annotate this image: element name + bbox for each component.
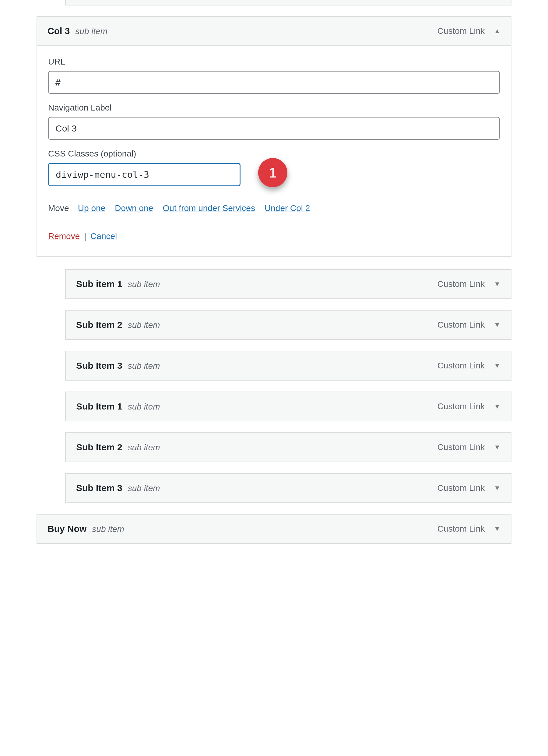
url-field-group: URL: [48, 57, 500, 94]
menu-item-subtitle: sub item: [128, 443, 160, 452]
menu-item-title: Buy Now: [47, 524, 86, 534]
chevron-down-icon[interactable]: ▼: [494, 321, 501, 329]
menu-item-subtitle: sub item: [128, 320, 160, 330]
move-up-link[interactable]: Up one: [78, 203, 105, 213]
menu-item-subtitle: sub item: [128, 280, 160, 289]
chevron-down-icon[interactable]: ▼: [494, 280, 501, 288]
menu-item-buy-now[interactable]: Buy Now sub item Custom Link ▼: [37, 514, 511, 544]
sub-items-list: Sub item 1 sub item Custom Link ▼ Sub It…: [65, 269, 511, 503]
css-classes-label: CSS Classes (optional): [48, 149, 500, 159]
menu-item-collapsed[interactable]: Sub Item 3 sub item Custom Link ▼: [65, 473, 511, 503]
nav-label-input[interactable]: [48, 117, 500, 140]
menu-item-subtitle: sub item: [92, 524, 124, 534]
menu-item-title: Sub Item 3: [76, 483, 122, 493]
menu-item-collapsed[interactable]: Sub Item 1 sub item Custom Link ▼: [65, 392, 511, 421]
menu-item-type: Custom Link: [437, 483, 485, 493]
chevron-down-icon[interactable]: ▼: [494, 484, 501, 492]
menu-item-type: Custom Link: [437, 402, 485, 411]
chevron-down-icon[interactable]: ▼: [494, 443, 501, 451]
menu-item-type: Custom Link: [437, 279, 485, 289]
css-classes-input[interactable]: [48, 163, 241, 186]
menu-item-subtitle: sub item: [75, 26, 107, 36]
menu-item-title: Sub Item 2: [76, 320, 122, 330]
nav-label-field-group: Navigation Label: [48, 103, 500, 140]
menu-item-title: Sub Item 2: [76, 442, 122, 452]
move-out-link[interactable]: Out from under Services: [163, 203, 255, 213]
menu-item-type: Custom Link: [437, 320, 485, 330]
url-label: URL: [48, 57, 500, 67]
actions-row: Remove | Cancel: [48, 231, 500, 241]
menu-item-title: Sub item 1: [76, 279, 122, 289]
menu-item-title: Sub Item 1: [76, 401, 122, 412]
collapsed-item-partial: [65, 0, 511, 5]
menu-item-collapsed[interactable]: Sub item 1 sub item Custom Link ▼: [65, 269, 511, 299]
menu-item-header[interactable]: Col 3 sub item Custom Link ▲: [37, 17, 511, 46]
menu-item-expanded: Col 3 sub item Custom Link ▲ URL Navigat…: [37, 16, 511, 257]
move-under-link[interactable]: Under Col 2: [265, 203, 310, 213]
menu-item-subtitle: sub item: [128, 361, 160, 371]
css-classes-field-group: CSS Classes (optional) 1: [48, 149, 500, 186]
css-classes-input-wrap: 1: [48, 163, 500, 186]
menu-item-collapsed[interactable]: Sub Item 2 sub item Custom Link ▼: [65, 432, 511, 462]
url-input[interactable]: [48, 71, 500, 94]
remove-link[interactable]: Remove: [48, 231, 80, 241]
menu-item-collapsed[interactable]: Sub Item 2 sub item Custom Link ▼: [65, 310, 511, 340]
move-label: Move: [48, 203, 69, 213]
menu-item-type: Custom Link: [437, 524, 485, 534]
menu-item-type: Custom Link: [437, 361, 485, 371]
menu-item-body: URL Navigation Label CSS Classes (option…: [37, 46, 511, 256]
move-row: Move Up one Down one Out from under Serv…: [48, 203, 500, 213]
chevron-down-icon[interactable]: ▼: [494, 403, 501, 410]
menu-item-header-left: Col 3 sub item: [47, 26, 107, 36]
chevron-down-icon[interactable]: ▼: [494, 362, 501, 370]
move-down-link[interactable]: Down one: [115, 203, 153, 213]
chevron-up-icon[interactable]: ▲: [494, 27, 501, 35]
menu-item-subtitle: sub item: [128, 402, 160, 412]
menu-item-subtitle: sub item: [128, 483, 160, 493]
annotation-badge-1: 1: [258, 158, 287, 187]
menu-item-type: Custom Link: [437, 26, 485, 36]
nav-label-label: Navigation Label: [48, 103, 500, 113]
menu-item-header-right: Custom Link ▲: [437, 26, 501, 36]
menu-item-type: Custom Link: [437, 442, 485, 452]
menu-item-collapsed[interactable]: Sub Item 3 sub item Custom Link ▼: [65, 351, 511, 381]
chevron-down-icon[interactable]: ▼: [494, 525, 501, 533]
menu-item-title: Col 3: [47, 26, 70, 36]
menu-item-title: Sub Item 3: [76, 360, 122, 371]
actions-separator: |: [84, 231, 86, 241]
cancel-link[interactable]: Cancel: [90, 231, 117, 241]
